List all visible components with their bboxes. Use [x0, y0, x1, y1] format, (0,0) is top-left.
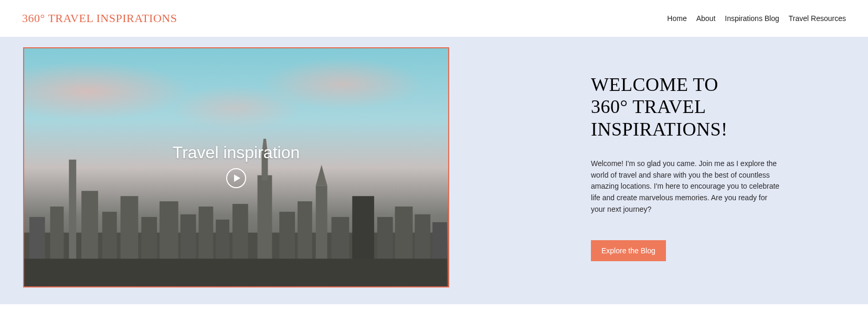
nav-about[interactable]: About [696, 14, 716, 23]
video-title: Travel inspiration [24, 143, 448, 162]
video-wrap: Travel inspiration [23, 47, 449, 287]
video-thumbnail[interactable]: Travel inspiration [23, 47, 449, 287]
hero-inner: Travel inspiration WELCOME TO 360° TRAVE… [0, 47, 868, 287]
explore-blog-button[interactable]: Explore the Blog [591, 240, 666, 261]
nav-home[interactable]: Home [667, 14, 686, 23]
welcome-heading-line1: WELCOME TO [591, 74, 718, 95]
nav-travel-resources[interactable]: Travel Resources [789, 14, 846, 23]
play-button[interactable] [226, 168, 246, 188]
welcome-heading-line3: INSPIRATIONS! [591, 119, 728, 140]
welcome-heading-line2: 360° TRAVEL [591, 96, 706, 117]
play-icon [234, 174, 240, 182]
svg-marker-19 [316, 165, 327, 186]
svg-rect-26 [24, 259, 447, 286]
primary-nav: Home About Inspirations Blog Travel Reso… [667, 14, 846, 23]
welcome-heading: WELCOME TO 360° TRAVEL INSPIRATIONS! [591, 74, 808, 140]
welcome-panel: WELCOME TO 360° TRAVEL INSPIRATIONS! Wel… [449, 74, 845, 262]
welcome-body: Welcome! I'm so glad you came. Join me a… [591, 158, 780, 215]
nav-inspirations-blog[interactable]: Inspirations Blog [725, 14, 779, 23]
site-logo[interactable]: 360° TRAVEL INSPIRATIONS [22, 12, 177, 25]
svg-marker-27 [234, 174, 240, 182]
site-header: 360° TRAVEL INSPIRATIONS Home About Insp… [0, 0, 868, 37]
hero-section: Travel inspiration WELCOME TO 360° TRAVE… [0, 37, 868, 304]
